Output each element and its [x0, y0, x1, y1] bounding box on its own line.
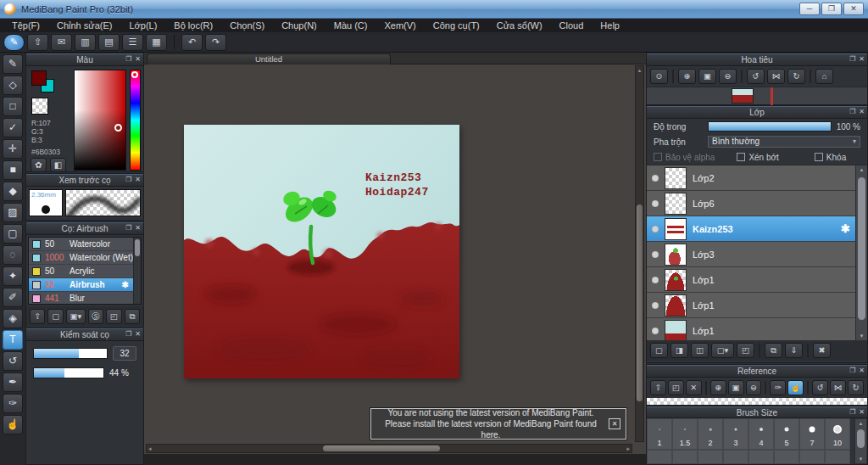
panel-float-icon[interactable]: ❐	[849, 408, 855, 416]
vertical-scroll-thumb[interactable]	[637, 204, 643, 401]
brush-size-option[interactable]	[672, 450, 698, 464]
panel-close-icon[interactable]: ✕	[135, 176, 141, 183]
restore-button[interactable]: ❐	[821, 3, 842, 15]
brush-size-scrollbar[interactable]: ▴ ▾	[854, 419, 866, 463]
brush-size-option[interactable]	[774, 450, 799, 464]
layers-scrollbar[interactable]: ▴ ▾	[855, 165, 867, 340]
menu-tool[interactable]: Công cụ(T)	[425, 20, 488, 31]
brush-size-scroll-thumb[interactable]	[857, 429, 865, 448]
grid-canvas-icon[interactable]: ▦	[146, 34, 167, 51]
hand-tool[interactable]: ☝	[3, 415, 23, 434]
bucket-tool[interactable]: ◆	[3, 182, 23, 201]
nav-zoom-out-icon[interactable]: ⊖	[719, 69, 737, 84]
layer-visibility-icon[interactable]	[652, 328, 659, 334]
panel-float-icon[interactable]: ❐	[125, 176, 131, 183]
menu-help[interactable]: Help	[592, 20, 628, 31]
menu-snap[interactable]: Chụp(N)	[273, 20, 326, 31]
brush-size-option[interactable]	[825, 450, 850, 464]
redo-icon[interactable]: ↷	[205, 34, 226, 51]
layer-row[interactable]: Lớp1	[647, 267, 857, 293]
nav-rotate-right-icon[interactable]: ↻	[787, 69, 805, 84]
panel-close-icon[interactable]: ✕	[135, 55, 141, 63]
new-1bit-layer-icon[interactable]: ◫	[691, 343, 709, 358]
drawing-canvas[interactable]: Kaizn253 Hoidap247	[184, 125, 459, 378]
alpha-protect-checkbox[interactable]: Bảo vệ alpha	[654, 153, 715, 162]
close-button[interactable]: ✕	[843, 3, 864, 15]
brush-size-slider[interactable]	[33, 348, 108, 359]
panel-close-icon[interactable]: ✕	[859, 367, 865, 374]
eraser-tool[interactable]: ◇	[3, 76, 23, 95]
lock-checkbox[interactable]: Khóa	[815, 153, 846, 162]
transparent-color-swatch[interactable]	[31, 98, 48, 115]
layer-row[interactable]: Lớp6	[647, 191, 857, 216]
ref-cloud-icon[interactable]: ⇪	[650, 380, 666, 395]
cloud-brush-icon[interactable]: ⇪	[30, 309, 45, 324]
eyedropper-tool[interactable]: ✑	[3, 394, 23, 413]
layer-visibility-icon[interactable]	[652, 277, 659, 283]
ref-open-folder-icon[interactable]: ◰	[668, 380, 684, 395]
ref-rotate-right-icon[interactable]: ↻	[848, 380, 864, 395]
notification-close-icon[interactable]: ✕	[609, 418, 620, 429]
layer-blend-select[interactable]: Bình thường ▾	[708, 136, 860, 148]
layer-folder-icon[interactable]: ◰	[737, 343, 754, 358]
brush-row-acrylic[interactable]: 50 Acrylic	[29, 265, 141, 278]
delete-layer-icon[interactable]: ✖	[813, 343, 831, 358]
ref-rotate-left-icon[interactable]: ↺	[812, 380, 828, 395]
layer-visibility-icon[interactable]	[652, 251, 659, 258]
brush-row-watercolor[interactable]: 50 Watercolor	[29, 238, 141, 251]
fill-shape-tool[interactable]: ■	[3, 160, 23, 180]
text-tool[interactable]: T	[3, 330, 23, 350]
scroll-down-icon[interactable]: ▾	[856, 333, 867, 339]
brush-size-option[interactable]: 4	[748, 418, 774, 450]
ref-hand-icon[interactable]: ☝	[787, 380, 804, 395]
brush-opacity-slider[interactable]	[33, 367, 104, 378]
brush-row-watercolor-wet[interactable]: 1000 Watercolor (Wet)	[29, 251, 141, 265]
panel-float-icon[interactable]: ❐	[125, 55, 131, 63]
brush-size-option[interactable]	[748, 450, 774, 464]
material-list-icon[interactable]: ☰	[122, 34, 143, 51]
add-layer-menu-icon[interactable]: ▢▾	[711, 343, 734, 358]
hue-marker[interactable]	[131, 71, 138, 78]
layer-visibility-icon[interactable]	[652, 226, 659, 232]
nav-fit-window-icon[interactable]: ▣	[698, 69, 716, 84]
document-tab[interactable]: Untitled	[147, 53, 391, 64]
brush-size-option[interactable]	[698, 450, 723, 464]
scroll-down-icon[interactable]: ▾	[855, 456, 866, 462]
menu-color[interactable]: Màu (C)	[326, 20, 376, 31]
brush-size-value[interactable]: 32	[113, 346, 136, 361]
panel-close-icon[interactable]: ✕	[859, 408, 865, 416]
scroll-left-icon[interactable]: ◂	[148, 445, 152, 452]
horizontal-scroll-thumb[interactable]	[323, 445, 440, 451]
canvas-area[interactable]: Untitled	[144, 53, 646, 465]
layer-row[interactable]: Lớp3	[647, 242, 857, 267]
layer-visibility-icon[interactable]	[652, 175, 659, 182]
minimize-button[interactable]: ─	[799, 3, 820, 15]
brush-list-scrollbar[interactable]	[133, 238, 141, 304]
menu-edit[interactable]: Chỉnh sửa(E)	[48, 20, 120, 31]
menu-cloud[interactable]: Cloud	[551, 20, 593, 31]
operation-tool[interactable]: ↺	[3, 351, 23, 371]
layer-row[interactable]: Lớp1	[647, 318, 857, 340]
panel-close-icon[interactable]: ✕	[135, 330, 141, 338]
brush-tool[interactable]: ✎	[3, 54, 23, 74]
layer-visibility-icon[interactable]	[652, 302, 659, 309]
saturation-value-picker[interactable]	[74, 70, 126, 171]
layer-settings-gear-icon[interactable]: ✱	[841, 222, 850, 235]
undo-icon[interactable]: ↶	[181, 34, 203, 51]
share-icon[interactable]: ⇧	[27, 34, 48, 51]
brush-row-blur[interactable]: 441 Blur	[29, 292, 141, 305]
ref-zoom-out-icon[interactable]: ⊖	[746, 380, 762, 395]
nav-zoom-100-icon[interactable]: ⌂	[815, 69, 833, 84]
scroll-right-icon[interactable]: ▸	[626, 445, 630, 452]
brush-folder-icon[interactable]: ◰	[106, 309, 121, 324]
chat-panel-icon[interactable]: ▥	[75, 34, 96, 51]
menu-file[interactable]: Tệp(F)	[3, 20, 48, 31]
layers-scroll-thumb[interactable]	[858, 177, 865, 320]
ref-clear-icon[interactable]: ✕	[686, 380, 702, 395]
select-eraser-tool[interactable]: ◈	[3, 309, 23, 328]
menu-window[interactable]: Cửa sổ(W)	[488, 20, 551, 31]
brush-size-option[interactable]: 5	[774, 418, 799, 450]
ref-eyedropper-icon[interactable]: ✑	[770, 380, 786, 395]
magic-wand-tool[interactable]: ✦	[3, 266, 23, 286]
canvas-vertical-scrollbar[interactable]: ▴	[635, 65, 644, 442]
